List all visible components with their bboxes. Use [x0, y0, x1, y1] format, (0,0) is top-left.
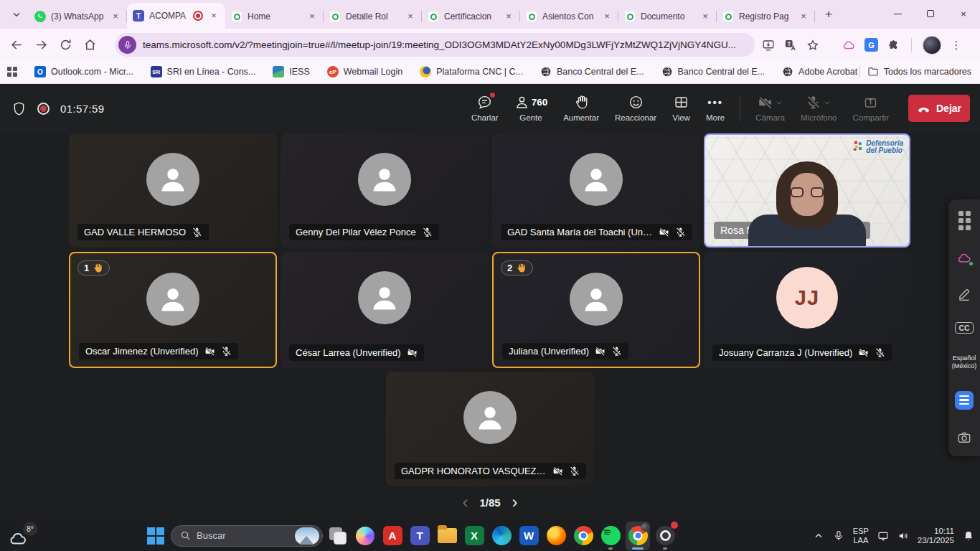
- panel-language-label[interactable]: Español(México): [952, 354, 977, 369]
- bookmark-banco-central-1[interactable]: Banco Central del E...: [540, 66, 644, 77]
- spotify-button[interactable]: [598, 522, 623, 550]
- participant-tile[interactable]: GAD VALLE HERMOSO: [69, 133, 277, 248]
- tab-teams-meeting[interactable]: ACOMPA ×: [127, 3, 225, 29]
- close-tab-icon[interactable]: ×: [110, 11, 121, 22]
- translate-extension-icon[interactable]: G: [864, 38, 878, 52]
- mic-in-use-icon[interactable]: [118, 36, 136, 54]
- participant-tile-hand-raised[interactable]: 1 Oscar Jimenez (Unverified): [69, 252, 277, 368]
- search-daily-image[interactable]: [295, 527, 319, 545]
- close-tab-icon[interactable]: ×: [503, 11, 514, 22]
- participant-tile[interactable]: Genny Del Pilar Vélez Ponce: [281, 133, 489, 248]
- browser-menu-icon[interactable]: ⋮: [951, 43, 962, 47]
- mic-button[interactable]: Micrófono: [793, 95, 845, 122]
- close-tab-icon[interactable]: ×: [798, 11, 809, 22]
- back-icon[interactable]: [4, 32, 29, 57]
- chrome-button[interactable]: [571, 522, 595, 550]
- panel-cloud-icon[interactable]: [957, 251, 971, 265]
- panel-captions-button[interactable]: CC: [955, 322, 973, 334]
- tab-documento[interactable]: Documento ×: [618, 4, 717, 29]
- bookmark-sri[interactable]: SRI en Línea - Cons...: [151, 66, 256, 77]
- bookmark-outlook[interactable]: Outlook.com - Micr...: [34, 66, 133, 77]
- leave-button[interactable]: Dejar: [908, 95, 970, 122]
- tab-registro-pago[interactable]: Registro Pag ×: [717, 4, 815, 29]
- panel-transcript-button[interactable]: [955, 391, 974, 410]
- bookmark-banco-central-2[interactable]: Banco Central del E...: [661, 66, 765, 77]
- excel-button[interactable]: [462, 522, 486, 550]
- bookmark-adobe[interactable]: Adobe Acrobat: [782, 66, 857, 77]
- reload-icon[interactable]: [53, 32, 77, 57]
- new-tab-button[interactable]: +: [819, 5, 838, 24]
- close-tab-icon[interactable]: ×: [405, 11, 416, 22]
- tab-asientos[interactable]: Asientos Con ×: [520, 4, 618, 29]
- close-tab-icon[interactable]: ×: [306, 11, 318, 22]
- bookmark-cnc[interactable]: Plataforma CNC | C...: [420, 66, 523, 77]
- camera-options-chevron-icon[interactable]: [775, 98, 783, 107]
- tray-display-icon[interactable]: [877, 530, 889, 542]
- translate-page-icon[interactable]: [784, 39, 797, 52]
- file-explorer-button[interactable]: [435, 522, 459, 550]
- chat-button[interactable]: Charlar: [463, 95, 507, 122]
- keyboard-language-indicator[interactable]: ESPLAA: [853, 527, 869, 545]
- task-view-button[interactable]: [326, 522, 350, 550]
- start-button[interactable]: [143, 522, 168, 550]
- pager-next-icon[interactable]: ›: [512, 495, 518, 509]
- bookmark-star-icon[interactable]: [806, 39, 819, 52]
- tab-detalle-rol[interactable]: Detalle Rol ×: [324, 4, 422, 29]
- firefox-button[interactable]: [544, 522, 568, 550]
- profile-avatar[interactable]: [923, 36, 941, 55]
- participant-tile[interactable]: GAD Santa María del Toachi (Unverifi...: [492, 133, 700, 248]
- close-tab-icon[interactable]: ×: [699, 11, 711, 22]
- bookmark-webmail[interactable]: Webmail Login: [327, 66, 402, 77]
- url-text[interactable]: teams.microsoft.com/v2/?meetingjoin=true…: [143, 39, 746, 50]
- chrome-active-button[interactable]: [626, 522, 650, 550]
- tab-whatsapp[interactable]: (3) WhatsApp ×: [29, 4, 127, 29]
- close-tab-icon[interactable]: ×: [601, 11, 613, 22]
- people-button[interactable]: 760 Gente: [507, 95, 556, 122]
- panel-screenshot-button[interactable]: [957, 430, 971, 445]
- panel-highlighter-icon[interactable]: [957, 287, 971, 301]
- install-app-icon[interactable]: [762, 39, 775, 52]
- react-button[interactable]: Reaccionar: [607, 95, 664, 122]
- participant-tile-hand-raised[interactable]: 2 Juliana (Unverified): [492, 252, 700, 368]
- weather-extension-icon[interactable]: [842, 39, 855, 52]
- window-minimize-button[interactable]: [881, 0, 914, 27]
- window-close-button[interactable]: ×: [947, 0, 980, 27]
- share-button[interactable]: Compartir: [845, 95, 897, 122]
- obs-button[interactable]: [653, 522, 677, 550]
- tray-volume-icon[interactable]: [897, 530, 909, 542]
- taskbar-search[interactable]: Buscar: [171, 525, 323, 547]
- forward-icon[interactable]: [29, 32, 53, 57]
- panel-apps-grid-icon[interactable]: [958, 211, 971, 230]
- tray-microphone-icon[interactable]: [833, 530, 844, 542]
- more-button[interactable]: ••• More: [698, 95, 732, 122]
- apps-grid-icon[interactable]: [7, 67, 17, 77]
- tab-certificacion[interactable]: Certificacion ×: [422, 4, 520, 29]
- bookmark-iess[interactable]: IESS: [273, 66, 310, 77]
- tab-search-icon[interactable]: [7, 5, 26, 24]
- all-bookmarks-button[interactable]: Todos los marcadores: [867, 66, 971, 77]
- home-icon[interactable]: [77, 32, 102, 57]
- copilot-button[interactable]: [353, 522, 377, 550]
- taskbar-weather-widget[interactable]: 8°: [7, 522, 42, 550]
- view-button[interactable]: View: [664, 95, 698, 122]
- window-maximize-button[interactable]: [914, 0, 947, 27]
- tray-expand-chevron-icon[interactable]: [813, 530, 824, 542]
- pager-previous-icon[interactable]: ‹: [462, 495, 468, 509]
- close-tab-icon[interactable]: ×: [208, 10, 220, 22]
- acrobat-button[interactable]: [380, 522, 405, 550]
- participant-tile[interactable]: JJ Josuany Carranza J (Unverified): [704, 252, 910, 368]
- mic-options-chevron-icon[interactable]: [823, 98, 831, 107]
- taskbar-clock[interactable]: 10:11 23/1/2025: [918, 527, 954, 545]
- camera-button[interactable]: Cámara: [748, 95, 793, 122]
- extensions-puzzle-icon[interactable]: [887, 39, 900, 52]
- address-bar[interactable]: teams.microsoft.com/v2/?meetingjoin=true…: [115, 33, 755, 57]
- edge-button[interactable]: [489, 522, 514, 550]
- notifications-bell-icon[interactable]: [963, 530, 974, 542]
- participant-tile[interactable]: César Larrea (Unverified): [281, 252, 489, 368]
- raise-hand-button[interactable]: Aumentar: [555, 95, 607, 122]
- participant-tile-active-speaker[interactable]: Defensoríadel Pueblo Rosa Nancy Andrade …: [704, 133, 910, 248]
- tab-home[interactable]: Home ×: [225, 4, 324, 29]
- teams-app-button[interactable]: [407, 522, 432, 550]
- participant-tile[interactable]: GADPR HONORATO VASQUEZ LIC. VI...: [386, 372, 594, 486]
- word-button[interactable]: [517, 522, 541, 550]
